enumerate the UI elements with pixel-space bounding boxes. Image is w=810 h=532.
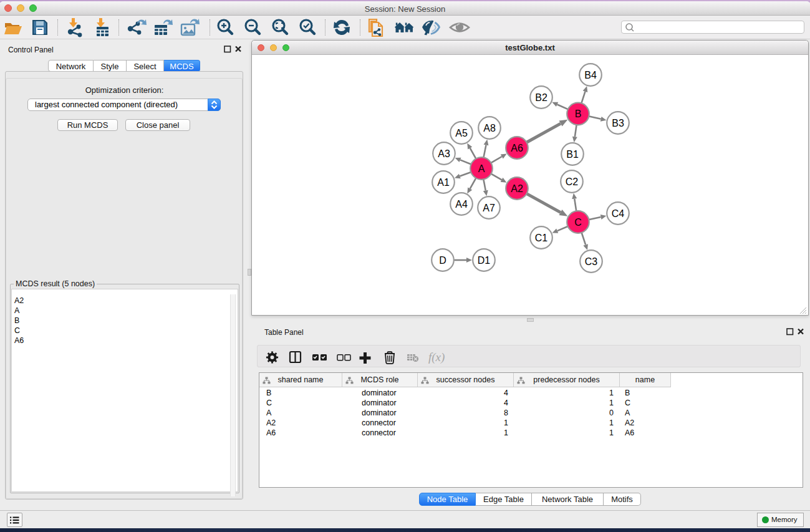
svg-text:C2: C2 [566, 177, 579, 187]
svg-text:B1: B1 [566, 149, 579, 160]
svg-text:C4: C4 [612, 208, 625, 219]
svg-text:A2: A2 [511, 183, 523, 194]
svg-text:A6: A6 [511, 143, 523, 153]
svg-text:B: B [575, 109, 582, 119]
svg-text:A5: A5 [455, 128, 468, 138]
svg-text:A1: A1 [437, 177, 450, 188]
svg-text:C: C [574, 217, 582, 228]
svg-text:A8: A8 [483, 123, 496, 133]
svg-text:A4: A4 [455, 199, 468, 210]
svg-text:D1: D1 [478, 255, 491, 266]
svg-text:C3: C3 [585, 256, 598, 267]
svg-text:B4: B4 [584, 70, 597, 80]
svg-text:A: A [478, 163, 485, 174]
svg-text:B3: B3 [612, 118, 624, 128]
svg-text:B2: B2 [535, 92, 547, 103]
svg-text:A3: A3 [438, 148, 450, 159]
svg-text:D: D [439, 255, 446, 266]
svg-text:C1: C1 [535, 233, 548, 243]
svg-text:f(x): f(x) [428, 351, 445, 364]
svg-text:A7: A7 [483, 203, 495, 213]
